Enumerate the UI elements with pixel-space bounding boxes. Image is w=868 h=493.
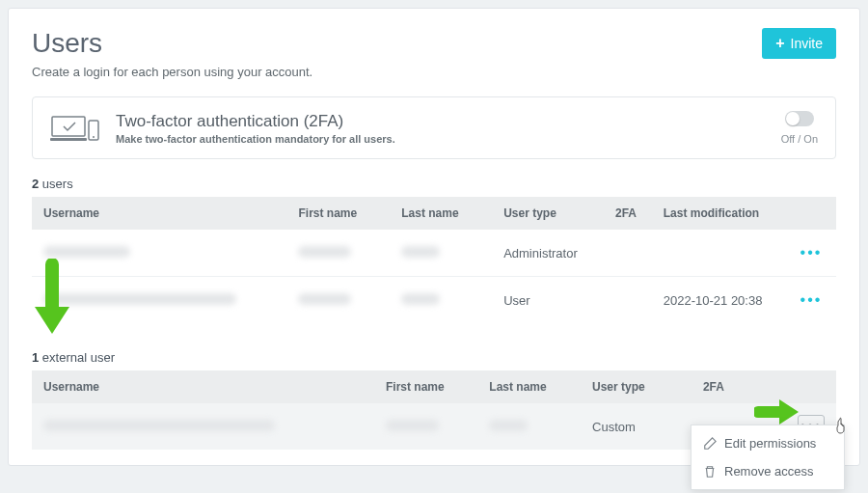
svg-marker-5 [35,307,69,334]
header-row: Users + Invite [32,28,836,59]
col-firstname[interactable]: First name [374,370,477,403]
col-2fa[interactable]: 2FA [604,197,652,230]
svg-marker-7 [779,399,799,425]
svg-point-3 [93,136,95,138]
twofa-toggle[interactable] [785,111,814,126]
users-count-num: 2 [32,177,39,191]
cursor-pointer-icon [835,417,851,434]
twofa-text: Two-factor authentication (2FA) Make two… [116,112,781,145]
cell-lastmod [652,230,786,277]
plus-icon: + [775,36,784,51]
col-usertype[interactable]: User type [581,370,692,403]
users-count-label: users [42,177,73,191]
external-count: 1 external user [32,350,836,365]
col-lastname[interactable]: Last name [390,197,492,230]
twofa-subtitle: Make two-factor authentication mandatory… [116,133,781,145]
redacted-lastname [401,246,440,258]
external-count-num: 1 [32,350,39,365]
invite-label: Invite [791,36,823,51]
redacted-username [43,246,130,258]
cell-lastmod: 2022-10-21 20:38 [652,277,786,324]
annotation-arrow-down-icon [31,259,73,336]
twofa-toggle-label: Off / On [781,133,818,145]
invite-button[interactable]: + Invite [762,28,836,59]
svg-rect-0 [52,117,85,136]
devices-icon [50,113,100,144]
annotation-arrow-right-icon [754,397,799,426]
table-row: User 2022-10-21 20:38 ••• [32,277,836,324]
redacted-firstname [298,246,351,258]
redacted-firstname [298,293,351,305]
redacted-lastname [401,293,440,305]
menu-remove-access[interactable]: Remove access [692,457,844,485]
row-actions-menu: Edit permissions Remove access [691,425,845,490]
twofa-toggle-area: Off / On [781,111,818,145]
pencil-icon [703,437,717,451]
cell-usertype: Custom [581,403,692,450]
row-actions-button[interactable]: ••• [798,288,825,312]
col-lastname[interactable]: Last name [477,370,581,403]
page-subtitle: Create a login for each person using you… [32,65,836,79]
table-row: Administrator ••• [32,230,836,277]
cell-usertype: User [492,277,604,324]
col-username[interactable]: Username [32,197,286,230]
users-count: 2 users [32,177,836,191]
col-username[interactable]: Username [32,370,374,403]
col-usertype[interactable]: User type [492,197,604,230]
col-firstname[interactable]: First name [286,197,390,230]
cell-usertype: Administrator [492,230,604,277]
row-actions-button[interactable]: ••• [798,241,825,264]
page-title: Users [32,28,102,59]
trash-icon [703,465,717,479]
menu-edit-permissions[interactable]: Edit permissions [692,429,844,457]
redacted-lastname [489,420,528,431]
users-table: Username First name Last name User type … [32,197,836,323]
twofa-card: Two-factor authentication (2FA) Make two… [32,96,836,159]
twofa-title: Two-factor authentication (2FA) [116,112,781,131]
external-count-label: external user [42,350,115,365]
col-lastmod[interactable]: Last modification [652,197,786,230]
redacted-username [43,420,275,431]
menu-edit-label: Edit permissions [724,436,816,451]
users-panel: Users + Invite Create a login for each p… [8,8,860,466]
redacted-firstname [386,420,439,431]
svg-rect-1 [50,138,87,141]
menu-remove-label: Remove access [724,464,813,479]
